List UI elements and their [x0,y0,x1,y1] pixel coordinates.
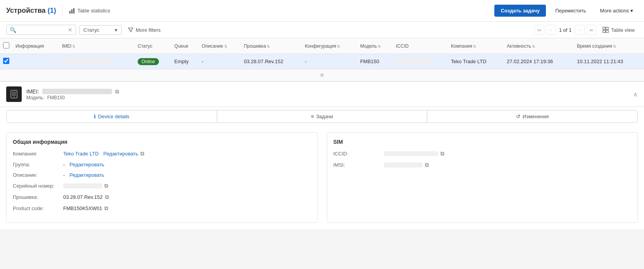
cell-created: 10.11.2022 11:21:43 [574,54,644,69]
company-value: Teko Trade LTD [451,59,487,64]
prev-page-button[interactable]: ‹ [546,25,556,35]
serial-masked [63,183,102,188]
col-description[interactable]: Описание⇅ [199,38,241,54]
description-value: - Редактировать [63,172,104,178]
queue-value: Empty [174,59,189,64]
col-config[interactable]: Конфигурация⇅ [302,38,357,54]
description-row: Описание: - Редактировать [13,172,311,178]
tab-device-details[interactable]: ℹ Device details [7,110,217,122]
tab-tasks[interactable]: ≡ Задачи [217,110,427,122]
product-value: FMB150K5XW01 ⧉ [63,205,108,212]
search-icon: 🔍 [10,27,16,33]
more-filters-button[interactable]: More filters [125,26,164,34]
description-label: Описание: [13,172,63,178]
sort-icon: ⇅ [267,44,270,48]
copy-imsi-button[interactable]: ⧉ [425,162,429,168]
clear-search-button[interactable]: ✕ [68,27,73,33]
next-page-button[interactable]: › [575,25,585,35]
copy-company-button[interactable]: ⧉ [140,150,144,157]
model-label: Модель: [26,95,44,100]
search-input[interactable] [19,27,66,33]
company-edit-link[interactable]: Редактировать [104,151,138,157]
page-current: 1 [559,27,562,33]
cell-info [12,54,59,69]
table-view-label: Table view [611,27,635,33]
svg-rect-8 [12,91,16,96]
imsi-row: IMSI: ⧉ [333,162,632,168]
cfg-value: - [305,59,306,64]
detail-tabs-wrapper: ℹ Device details ≡ Задачи ↺ Изменения [0,107,644,126]
stats-label: Table statistics [78,8,110,14]
iccid-value [396,58,431,64]
col-firmware[interactable]: Прошивка⇅ [241,38,302,54]
last-page-button[interactable]: ⏭ [586,25,596,35]
chevron-down-icon: ▾ [630,8,633,14]
table-header-row: Информация IMEI⇅ Статус Queue Описание⇅ … [0,38,644,54]
table-view-button[interactable]: Table view [599,25,638,34]
table-row[interactable]: Online Empty - 03.28.07.Rev.152 - FMB150… [0,54,644,69]
desc-value: - [202,59,203,64]
toolbar: 🔍 ✕ Статус ▾ More filters ⏮ ‹ 1 of 1 › ⏭… [0,22,644,38]
cell-status: Online [135,54,171,69]
panel-drag-handle[interactable]: ≡ [0,69,644,81]
copy-product-button[interactable]: ⧉ [104,205,108,212]
tab-tasks-label: Задачи [316,114,333,119]
col-fw-label: Прошивка [244,43,266,49]
copy-iccid-button[interactable]: ⧉ [440,150,444,157]
status-filter[interactable]: Статус ▾ [79,25,122,35]
company-label: Компания: [13,151,63,157]
sort-icon: ⇅ [72,44,75,48]
col-model[interactable]: Модель⇅ [357,38,393,54]
company-link[interactable]: Teko Trade LTD [63,151,99,157]
changes-icon: ↺ [516,114,520,119]
pagination: ⏮ ‹ 1 of 1 › ⏭ [534,25,597,35]
col-imei[interactable]: IMEI⇅ [59,38,135,54]
cell-company: Teko Trade LTD [448,54,504,69]
col-info-label: Информация [16,43,44,49]
firmware-row: Прошивка: 03.28.07.Rev.152 ⧉ [13,194,311,200]
col-activity[interactable]: Активность⇅ [504,38,574,54]
status-label: Статус [83,27,99,33]
firmware-text: 03.28.07.Rev.152 [63,194,103,200]
imsi-value: ⧉ [384,162,429,168]
sort-icon: ⇅ [378,44,381,48]
sort-icon: ⇅ [613,44,616,48]
col-info: Информация [12,38,59,54]
col-created[interactable]: Время создания⇅ [574,38,644,54]
col-desc-label: Описание [202,43,223,49]
tab-changes[interactable]: ↺ Изменения [427,110,637,122]
company-row: Компания: Teko Trade LTD Редактировать ⧉ [13,150,311,157]
first-page-button[interactable]: ⏮ [534,25,544,35]
group-label: Группа: [13,162,63,167]
header-divider [62,6,63,16]
col-company-label: Компания [451,43,472,49]
table-statistics-btn[interactable]: Table statistics [69,8,110,14]
row-checkbox[interactable] [3,58,9,64]
move-button[interactable]: Переместить [551,5,591,17]
iccid-row: ICCID: ⧉ [333,150,632,157]
product-label: Product code: [13,205,63,211]
activity-value: 27.02.2024 17:19:36 [507,59,553,64]
copy-serial-button[interactable]: ⧉ [104,183,108,189]
col-queue-label: Queue [174,43,188,49]
copy-imei-button[interactable]: ⧉ [115,88,119,95]
more-actions-button[interactable]: More actions ▾ [596,5,638,17]
cell-imei [59,54,135,69]
serial-value: ⧉ [63,183,108,189]
created-value: 10.11.2022 11:21:43 [577,59,623,64]
collapse-panel-button[interactable]: ∧ [633,91,638,98]
col-iccid: ICCID [393,38,448,54]
select-all-checkbox[interactable] [3,42,9,48]
group-edit-link[interactable]: Редактировать [69,162,104,167]
col-queue: Queue [171,38,199,54]
device-thumbnail [6,86,22,102]
imsi-masked [384,162,423,167]
svg-rect-3 [603,27,605,29]
description-edit-link[interactable]: Редактировать [69,172,104,178]
col-company[interactable]: Компания⇅ [448,38,504,54]
group-value: - Редактировать [63,162,104,167]
create-task-button[interactable]: Создать задачу [494,5,546,17]
group-text: - [63,162,65,167]
copy-firmware-button[interactable]: ⧉ [105,194,109,200]
bar-chart-icon [69,8,75,14]
